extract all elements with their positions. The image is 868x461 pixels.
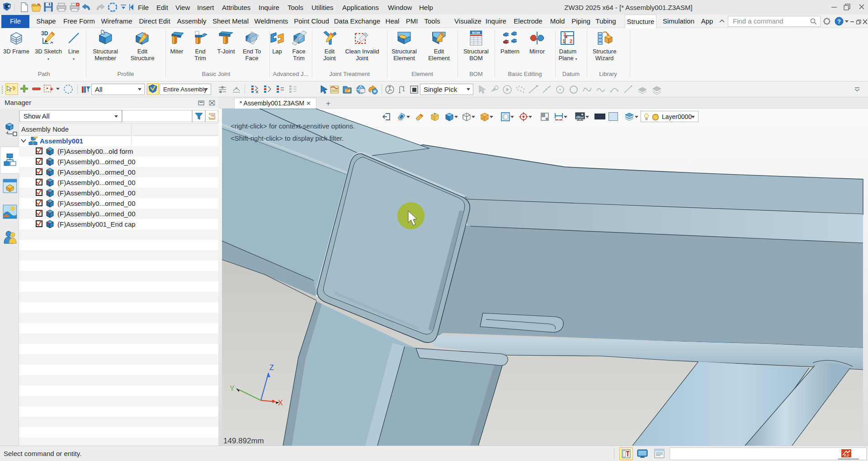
- svg-text:1: 1: [562, 38, 565, 44]
- svg-text:<Shift-right-click> to display: <Shift-right-click> to display pick filt…: [231, 134, 344, 142]
- svg-text:<right-click> for context-sens: <right-click> for context-sensitive opti…: [231, 122, 355, 130]
- svg-text:Y: Y: [230, 385, 235, 392]
- svg-text:?: ?: [837, 18, 841, 25]
- svg-text:149.892mm: 149.892mm: [223, 437, 264, 445]
- svg-text:3: 3: [563, 32, 566, 37]
- svg-text:2: 2: [570, 38, 572, 44]
- svg-text:......: ......: [640, 452, 645, 455]
- svg-text:X: X: [278, 399, 283, 407]
- svg-text:X.J: X.J: [844, 454, 849, 457]
- svg-text:BOM: BOM: [472, 31, 480, 35]
- svg-text:Z: Z: [269, 364, 274, 371]
- svg-text:3D: 3D: [41, 30, 48, 37]
